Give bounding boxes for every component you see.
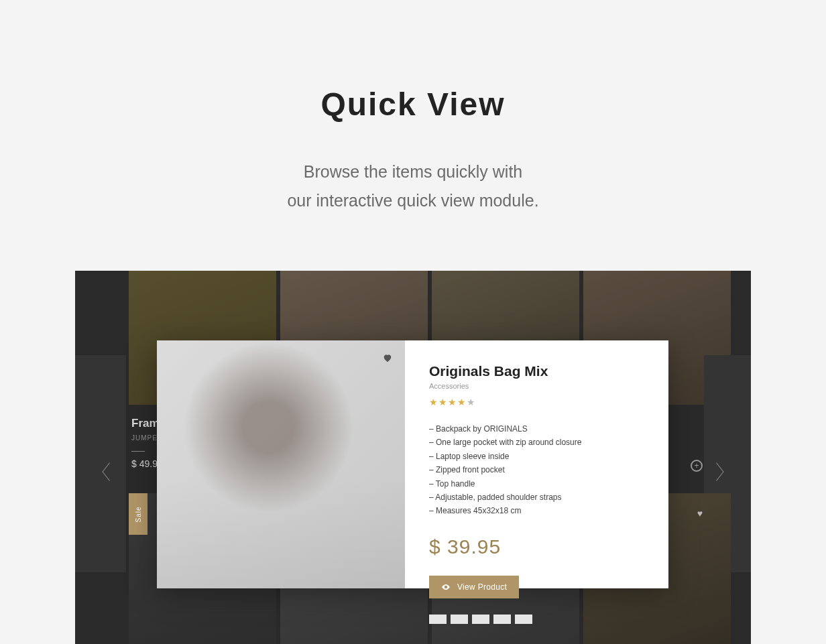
feature-line: – Top handle <box>429 477 644 491</box>
share-button[interactable] <box>493 615 511 624</box>
product-price: $ 39.95 <box>429 535 644 558</box>
feature-line: – One large pocket with zip around closu… <box>429 436 644 449</box>
star-icon: ★ <box>438 397 448 407</box>
subtitle-line-2: our interactive quick view module. <box>287 191 538 210</box>
product-rating: ★★★★★ <box>429 397 644 407</box>
chevron-left-icon <box>101 460 113 483</box>
carousel-prev-button[interactable] <box>99 458 114 485</box>
product-features: – Backpack by ORIGINALS – One large pock… <box>429 422 644 518</box>
share-button[interactable] <box>451 615 468 624</box>
product-image <box>157 340 405 588</box>
page-subtitle: Browse the items quickly with our intera… <box>0 157 826 214</box>
star-icon: ★ <box>467 397 476 407</box>
divider <box>131 451 145 452</box>
quick-view-modal: Originals Bag Mix Accessories ★★★★★ – Ba… <box>157 340 668 588</box>
share-buttons <box>429 615 644 624</box>
feature-line: – Laptop sleeve inside <box>429 450 644 463</box>
carousel-next-button[interactable] <box>712 458 727 485</box>
wishlist-icon[interactable]: ♥ <box>697 508 703 519</box>
page-title: Quick View <box>0 86 826 123</box>
heart-icon <box>382 352 393 363</box>
share-button[interactable] <box>515 615 532 624</box>
sale-badge: Sale <box>129 493 148 535</box>
feature-line: – Backpack by ORIGINALS <box>429 422 644 436</box>
feature-line: – Zipped front pocket <box>429 463 644 476</box>
subtitle-line-1: Browse the items quickly with <box>304 162 523 181</box>
feature-line: – Measures 45x32x18 cm <box>429 504 644 517</box>
demo-stage: Frame JUMPERS $ 49.95 Sale + ♥ Originals… <box>75 271 751 644</box>
svg-point-0 <box>445 586 447 588</box>
share-button[interactable] <box>429 615 447 624</box>
eye-icon <box>441 582 451 592</box>
wishlist-button[interactable] <box>382 352 393 366</box>
star-icon: ★ <box>448 397 457 407</box>
product-title: Originals Bag Mix <box>429 363 644 379</box>
star-icon: ★ <box>429 397 438 407</box>
chevron-right-icon <box>713 460 725 483</box>
view-product-label: View Product <box>457 582 507 592</box>
feature-line: – Adjustable, padded shoulder straps <box>429 491 644 504</box>
product-category: Accessories <box>429 382 644 390</box>
add-icon[interactable]: + <box>691 460 703 472</box>
star-icon: ★ <box>457 397 467 407</box>
view-product-button[interactable]: View Product <box>429 576 519 598</box>
share-button[interactable] <box>472 615 489 624</box>
